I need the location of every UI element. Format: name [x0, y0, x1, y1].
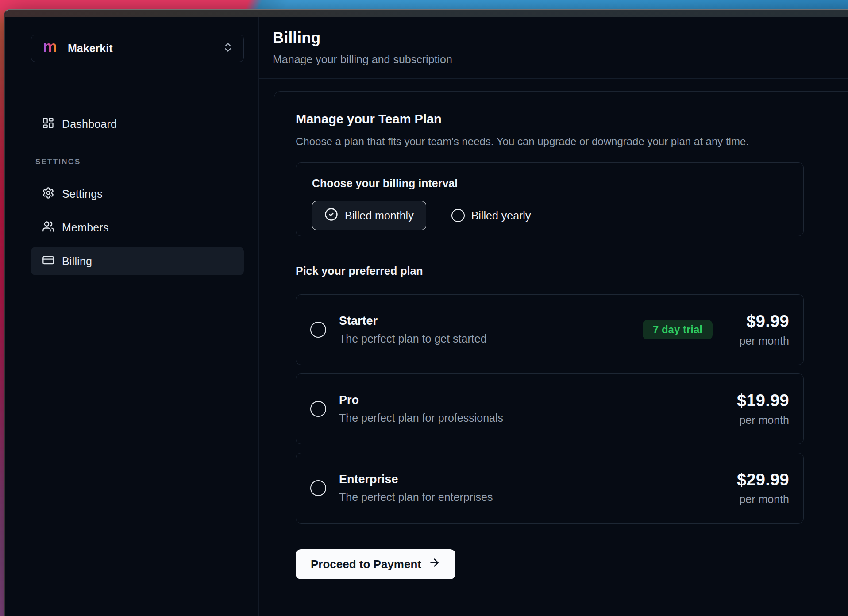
trial-badge: 7 day trial — [643, 320, 713, 339]
radio-circle-icon — [451, 209, 465, 222]
plan-pricing: $19.99 per month — [729, 391, 789, 427]
plan-info: Enterprise The perfect plan for enterpri… — [339, 473, 493, 504]
plan-row-enterprise[interactable]: Enterprise The perfect plan for enterpri… — [296, 453, 804, 524]
plan-description: The perfect plan to get started — [339, 332, 487, 345]
interval-option-label: Billed monthly — [345, 209, 414, 222]
page-header: Billing Manage your billing and subscrip… — [259, 17, 848, 66]
sidebar-item-label: Billing — [62, 255, 92, 268]
plans-label: Pick your preferred plan — [296, 265, 848, 277]
interval-option-monthly[interactable]: Billed monthly — [312, 201, 426, 230]
plan-period: per month — [729, 335, 789, 347]
radio-circle-icon[interactable] — [310, 401, 326, 417]
sidebar-section-label: SETTINGS — [35, 158, 244, 166]
dashboard-grid-icon — [42, 117, 54, 131]
sidebar: m Makerkit Dashboard SETTINGS — [5, 17, 259, 616]
credit-card-icon — [42, 254, 54, 268]
window-titlebar[interactable] — [5, 10, 848, 17]
gear-icon — [42, 187, 54, 201]
price-block: $19.99 per month — [729, 391, 789, 427]
billing-interval-options: Billed monthly Billed yearly — [312, 201, 787, 230]
plan-description: The perfect plan for professionals — [339, 412, 503, 424]
interval-option-yearly[interactable]: Billed yearly — [451, 209, 531, 222]
plan-row-starter[interactable]: Starter The perfect plan to get started … — [296, 294, 804, 365]
billing-interval-label: Choose your billing interval — [312, 177, 787, 190]
plan-price: $9.99 — [729, 312, 789, 331]
card-subtitle: Choose a plan that fits your team's need… — [296, 135, 848, 148]
billing-interval-box: Choose your billing interval Billed mont… — [296, 162, 804, 236]
team-plan-card: Manage your Team Plan Choose a plan that… — [274, 91, 848, 616]
arrow-right-icon — [428, 557, 440, 572]
sidebar-item-label: Dashboard — [62, 118, 117, 131]
plan-info: Pro The perfect plan for professionals — [339, 393, 503, 424]
app-window: m Makerkit Dashboard SETTINGS — [4, 9, 848, 616]
sidebar-item-dashboard[interactable]: Dashboard — [31, 110, 244, 138]
plan-pricing: $29.99 per month — [729, 470, 789, 506]
chevrons-up-down-icon — [222, 42, 234, 55]
sidebar-nav: Dashboard SETTINGS Settings Members — [31, 110, 244, 275]
interval-option-label: Billed yearly — [471, 209, 531, 222]
sidebar-item-label: Members — [62, 221, 109, 234]
plan-info: Starter The perfect plan to get started — [339, 314, 487, 345]
plan-price: $19.99 — [729, 391, 789, 410]
plan-pricing: 7 day trial $9.99 per month — [643, 312, 789, 347]
card-title: Manage your Team Plan — [296, 112, 848, 127]
plan-description: The perfect plan for enterprises — [339, 491, 493, 504]
main-content: Billing Manage your billing and subscrip… — [259, 17, 848, 616]
radio-circle-icon[interactable] — [310, 480, 326, 496]
sidebar-item-members[interactable]: Members — [31, 213, 244, 242]
header-divider — [259, 78, 848, 79]
proceed-to-payment-button[interactable]: Proceed to Payment — [296, 549, 455, 579]
price-block: $9.99 per month — [729, 312, 789, 347]
plan-name: Pro — [339, 393, 503, 407]
makerkit-logo: m — [43, 39, 57, 55]
plan-period: per month — [729, 493, 789, 506]
desktop-wallpaper — [0, 0, 848, 10]
plan-period: per month — [729, 414, 789, 427]
page-subtitle: Manage your billing and subscription — [273, 53, 848, 66]
plan-name: Enterprise — [339, 473, 493, 486]
page-title: Billing — [273, 29, 848, 46]
users-icon — [42, 220, 54, 235]
sidebar-item-label: Settings — [62, 188, 103, 200]
app-root: m Makerkit Dashboard SETTINGS — [5, 17, 848, 616]
sidebar-item-billing[interactable]: Billing — [31, 247, 244, 275]
workspace-name: Makerkit — [68, 42, 112, 55]
sidebar-item-settings[interactable]: Settings — [31, 180, 244, 208]
proceed-button-label: Proceed to Payment — [311, 558, 421, 571]
plan-name: Starter — [339, 314, 487, 328]
check-circle-icon — [324, 208, 338, 224]
radio-circle-icon[interactable] — [310, 322, 326, 338]
plan-price: $29.99 — [729, 470, 789, 489]
workspace-selector[interactable]: m Makerkit — [31, 35, 244, 62]
price-block: $29.99 per month — [729, 470, 789, 506]
plan-row-pro[interactable]: Pro The perfect plan for professionals $… — [296, 373, 804, 444]
